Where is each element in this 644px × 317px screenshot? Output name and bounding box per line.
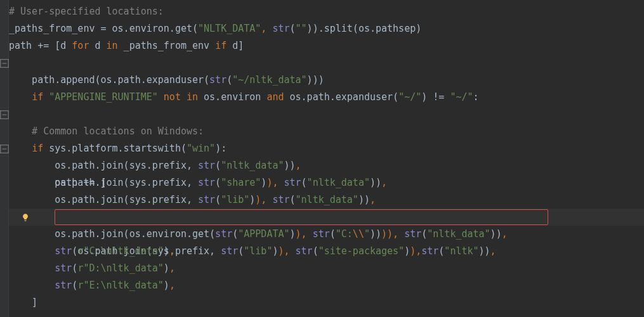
code-editor[interactable]: # User-specified locations: _paths_from_… xyxy=(9,0,644,317)
editor-gutter xyxy=(0,0,9,317)
code-line[interactable]: if sys.platform.startswith("win"): xyxy=(9,106,644,123)
fold-minus-icon[interactable] xyxy=(0,106,9,123)
code-line[interactable]: os.path.join(sys.prefix, str("lib")), st… xyxy=(9,191,644,209)
code-line[interactable]: _paths_from_env = os.environ.get("NLTK_D… xyxy=(9,20,644,37)
code-line[interactable]: path.append(os.path.expanduser(str("~/nl… xyxy=(9,72,644,89)
code-line[interactable]: path += [d for d in _paths_from_env if d… xyxy=(9,37,644,55)
code-line[interactable]: os.path.join(sys.prefix, str("nltk_data"… xyxy=(9,157,644,174)
bulb-icon[interactable] xyxy=(20,209,30,226)
code-line[interactable]: os.path.join(sys.prefix, str("share")), … xyxy=(9,174,644,191)
fold-minus-icon[interactable] xyxy=(0,55,9,72)
code-line[interactable]: str(r"D:\nltk_data"), xyxy=(9,260,644,277)
code-line[interactable]: # User-specified locations: xyxy=(9,3,644,20)
highlight-box xyxy=(55,209,548,225)
code-line[interactable]: # Common locations on Windows: xyxy=(9,123,644,140)
code-line[interactable]: str(r"E:\nltk_data"), xyxy=(9,277,644,294)
comment: # User-specified locations: xyxy=(9,6,164,17)
code-line-highlighted[interactable]: os.path.join(sys.prefix, str("lib")), st… xyxy=(9,209,644,226)
code-line[interactable]: ] xyxy=(9,294,644,311)
svg-rect-6 xyxy=(24,219,27,220)
code-line[interactable]: os.path.join(os.environ.get(str("APPDATA… xyxy=(9,226,644,243)
code-line[interactable]: if "APPENGINE_RUNTIME" not in os.environ… xyxy=(9,55,644,72)
code-line[interactable]: path += [ xyxy=(9,140,644,157)
svg-rect-7 xyxy=(25,221,27,221)
code-line[interactable]: str(r"C:\nltk_data"), xyxy=(9,243,644,260)
fold-minus-icon[interactable] xyxy=(0,140,9,157)
code-line-empty[interactable] xyxy=(9,89,644,106)
comment: # Common locations on Windows: xyxy=(9,126,204,137)
